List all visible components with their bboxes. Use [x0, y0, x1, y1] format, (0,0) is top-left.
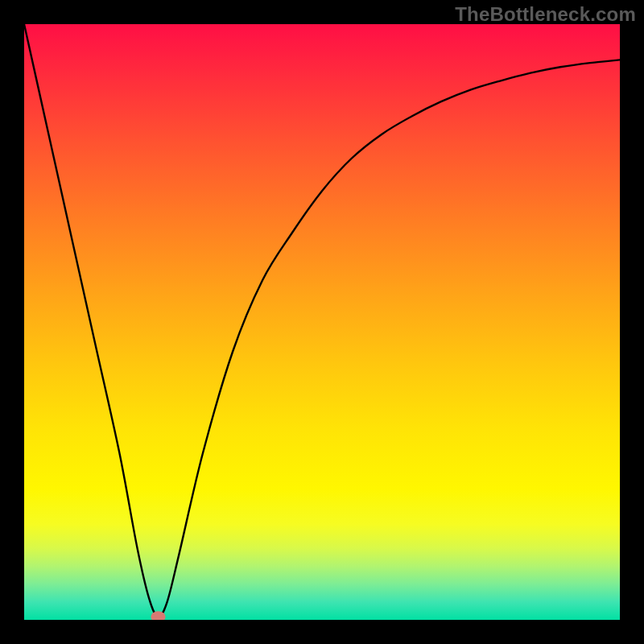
chart-frame: TheBottleneck.com — [0, 0, 644, 644]
bottleneck-curve — [24, 24, 620, 617]
plot-area — [24, 24, 620, 620]
chart-overlay — [24, 24, 620, 620]
watermark-label: TheBottleneck.com — [455, 3, 636, 26]
